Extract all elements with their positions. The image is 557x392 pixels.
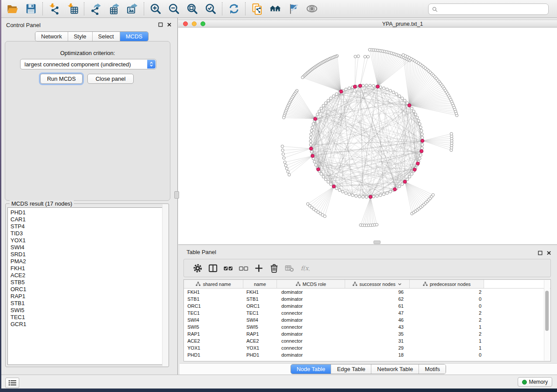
mcds-result-item[interactable]: TID3	[8, 230, 166, 237]
run-mcds-button[interactable]: Run MCDS	[40, 74, 83, 84]
add-icon[interactable]	[251, 261, 266, 275]
split-panel-icon[interactable]	[205, 261, 221, 275]
close-panel-button[interactable]: Close panel	[87, 74, 134, 84]
header-filler	[484, 280, 550, 289]
tab-network[interactable]: Network	[35, 32, 68, 41]
table-row[interactable]: PHD1PHD1dominator180	[184, 351, 550, 358]
import-network-icon[interactable]	[45, 1, 63, 17]
table-cell: SWI4	[184, 317, 243, 323]
float-panel-icon[interactable]	[158, 22, 163, 27]
table-row[interactable]: YOX1YOX1connector291	[184, 344, 550, 351]
sitemap-icon	[423, 282, 428, 286]
export-image-icon[interactable]	[123, 1, 142, 17]
mcds-result-item[interactable]: STB1	[8, 300, 166, 307]
tab-mcds[interactable]: MCDS	[120, 32, 148, 41]
save-session-icon[interactable]	[22, 1, 40, 17]
close-panel-icon[interactable]	[167, 22, 172, 27]
panel-splitter-handle[interactable]	[174, 191, 179, 199]
table-row[interactable]: TEC1TEC1connector472	[184, 309, 550, 316]
import-table-icon[interactable]	[63, 1, 82, 17]
mcds-result-item[interactable]: RAP1	[8, 293, 166, 300]
zoom-out-icon[interactable]	[165, 1, 183, 17]
first-neighbors-icon[interactable]	[266, 1, 284, 17]
zoom-fit-icon[interactable]	[183, 1, 201, 17]
column-header-successor-nodes[interactable]: successor nodes	[345, 280, 410, 289]
delete-icon[interactable]	[266, 261, 282, 275]
select-all-icon[interactable]	[221, 261, 236, 275]
table-row[interactable]: ORC1ORC1dominator610	[184, 303, 550, 309]
export-table-icon[interactable]	[105, 1, 123, 17]
column-label: successor nodes	[360, 282, 396, 287]
tab-network-table[interactable]: Network Table	[371, 364, 419, 374]
hide-selected-icon[interactable]	[284, 1, 303, 17]
mcds-result-item[interactable]: YOX1	[8, 237, 166, 244]
mcds-result-item[interactable]: TEC1	[8, 314, 166, 321]
open-file-icon[interactable]	[3, 1, 22, 17]
optimization-criterion-select[interactable]: largest connected component (undirected)	[20, 59, 156, 69]
mcds-result-item[interactable]: ORC1	[8, 286, 166, 293]
column-header-name[interactable]: name	[243, 280, 277, 289]
zoom-in-icon[interactable]	[146, 1, 165, 17]
memory-button[interactable]: Memory	[518, 377, 552, 387]
table-cell: STB1	[243, 296, 277, 302]
export-network-icon[interactable]	[86, 1, 105, 17]
memory-button-label: Memory	[529, 379, 548, 385]
clone-network-icon[interactable]	[248, 1, 266, 17]
table-row[interactable]: ACE2ACE2connector311	[184, 337, 550, 344]
column-header-shared-name[interactable]: shared name	[184, 280, 243, 289]
sitemap-icon	[296, 282, 301, 286]
table-cell: 43	[345, 324, 410, 330]
network-canvas[interactable]	[178, 28, 557, 244]
table-row[interactable]: RAP1RAP1dominator352	[184, 330, 550, 337]
mcds-result-item[interactable]: STB5	[8, 279, 166, 286]
tab-select[interactable]: Select	[92, 32, 120, 41]
mcds-result-item[interactable]: STP4	[8, 223, 166, 230]
canvas-splitter-handle[interactable]	[374, 241, 381, 244]
network-window-titlebar[interactable]: YPA_prune.txt_1	[178, 20, 557, 28]
table-row[interactable]: STB1STB1dominator620	[184, 296, 550, 303]
mcds-result-item[interactable]: GCR1	[8, 321, 166, 328]
mcds-result-item[interactable]: PHD1	[8, 209, 166, 216]
table-cell: YOX1	[243, 345, 277, 351]
column-label: shared name	[203, 282, 231, 287]
search-box[interactable]	[428, 3, 549, 15]
table-row[interactable]: SWI4SWI4dominator462	[184, 316, 550, 323]
mcds-result-item[interactable]: CAR1	[8, 216, 166, 223]
table-cell: ACE2	[243, 338, 277, 344]
table-cell: SWI4	[243, 317, 277, 323]
table-cell: 0	[410, 352, 484, 358]
column-header-predecessor-nodes[interactable]: predecessor nodes	[410, 280, 484, 289]
table-cell: connector	[277, 310, 345, 316]
table-row[interactable]: FKH1FKH1dominator962	[184, 289, 550, 296]
control-panel-tabs: NetworkStyleSelectMCDS	[35, 31, 149, 41]
tab-edge-table[interactable]: Edge Table	[331, 364, 371, 374]
deselect-all-icon[interactable]	[236, 261, 251, 275]
search-input[interactable]	[440, 6, 548, 13]
mcds-result-item[interactable]: FKH1	[8, 265, 166, 272]
table-settings-icon[interactable]	[190, 261, 205, 275]
mcds-result-item[interactable]: ACE2	[8, 272, 166, 279]
show-panels-button[interactable]	[5, 378, 19, 388]
table-scrollbar-thumb[interactable]	[545, 291, 549, 331]
mcds-result-item[interactable]: SRD1	[8, 251, 166, 258]
table-row[interactable]: SWI5SWI5connector431	[184, 323, 550, 330]
tab-node-table[interactable]: Node Table	[291, 364, 331, 374]
zoom-selected-icon[interactable]	[201, 1, 220, 17]
tab-style[interactable]: Style	[68, 32, 92, 41]
close-panel-icon[interactable]	[547, 249, 551, 257]
float-panel-icon[interactable]	[538, 249, 543, 257]
table-scrollbar[interactable]	[544, 280, 550, 361]
table-cell: RAP1	[243, 331, 277, 337]
tab-motifs[interactable]: Motifs	[419, 364, 446, 374]
mcds-result-item[interactable]: PMA2	[8, 258, 166, 265]
mcds-result-list[interactable]: PHD1CAR1STP4TID3YOX1SWI4SRD1PMA2FKH1ACE2…	[7, 207, 167, 365]
toolbar-separator	[245, 2, 246, 15]
status-bar: Memory	[1, 375, 557, 389]
refresh-icon[interactable]	[225, 1, 243, 17]
network-graph[interactable]	[178, 28, 557, 244]
mcds-result-item[interactable]: SWI5	[8, 307, 166, 314]
column-header-mcds-role[interactable]: MCDS role	[277, 280, 345, 289]
show-all-icon[interactable]	[303, 1, 321, 17]
mcds-result-item[interactable]: SWI4	[8, 244, 166, 251]
mcds-list-scrollbar[interactable]	[162, 204, 168, 366]
